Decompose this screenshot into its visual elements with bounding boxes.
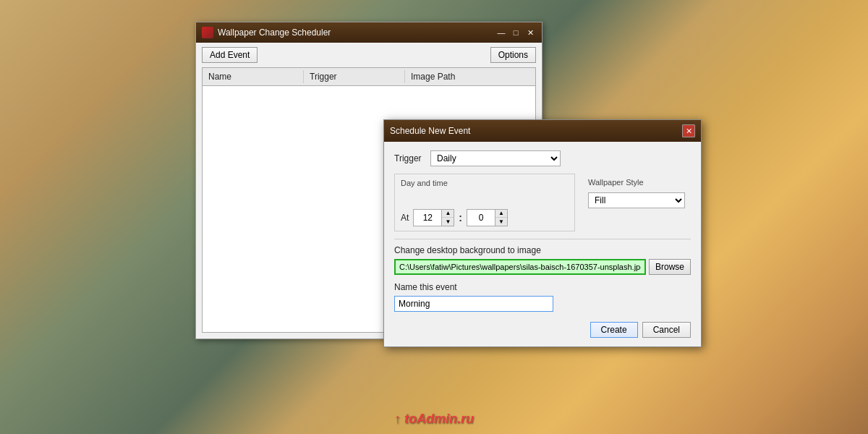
close-button[interactable]: ✕ xyxy=(524,27,536,38)
divider xyxy=(394,239,691,239)
cancel-button[interactable]: Cancel xyxy=(642,322,691,338)
app-icon xyxy=(202,27,213,38)
image-path-input[interactable] xyxy=(394,259,646,275)
maximize-button[interactable]: □ xyxy=(510,27,522,38)
col-header-trigger: Trigger xyxy=(304,70,405,83)
dialog-footer: Create Cancel xyxy=(394,319,691,338)
scheduler-toolbar: Add Event Options xyxy=(196,43,542,67)
day-time-panel: Day and time At 12 ▲ ▼ : 0 ▲ xyxy=(394,174,575,231)
dialog-title: Schedule New Event xyxy=(390,126,470,136)
path-row: Browse xyxy=(394,259,691,275)
col-header-path: Image Path xyxy=(405,70,535,83)
wallpaper-style-title: Wallpaper Style xyxy=(588,178,685,187)
minimize-button[interactable]: — xyxy=(495,27,507,38)
two-panel: Day and time At 12 ▲ ▼ : 0 ▲ xyxy=(394,174,691,231)
hour-input[interactable]: 12 xyxy=(414,211,441,224)
scheduler-title: Wallpaper Change Scheduler xyxy=(218,27,331,38)
col-header-name: Name xyxy=(203,70,304,83)
trigger-row: Trigger Daily Weekly Monthly Once On Log… xyxy=(394,150,691,166)
schedule-dialog: Schedule New Event ✕ Trigger Daily Weekl… xyxy=(383,119,702,347)
hour-down-button[interactable]: ▼ xyxy=(442,218,454,226)
time-colon: : xyxy=(459,212,462,224)
minute-up-button[interactable]: ▲ xyxy=(495,210,507,218)
at-row: At 12 ▲ ▼ : 0 ▲ ▼ xyxy=(401,209,569,226)
dialog-titlebar: Schedule New Event ✕ xyxy=(384,120,701,142)
minute-down-button[interactable]: ▼ xyxy=(495,218,507,226)
hour-up-button[interactable]: ▲ xyxy=(442,210,454,218)
browse-button[interactable]: Browse xyxy=(649,259,691,275)
name-label: Name this event xyxy=(394,282,691,292)
options-button[interactable]: Options xyxy=(490,47,536,63)
minute-spinner-btns: ▲ ▼ xyxy=(495,210,507,226)
trigger-label: Trigger xyxy=(394,153,423,163)
event-name-input[interactable] xyxy=(394,296,553,312)
watermark: ↑ toAdmin.ru xyxy=(394,412,474,427)
dialog-close-button[interactable]: ✕ xyxy=(682,124,695,137)
titlebar-left: Wallpaper Change Scheduler xyxy=(202,27,331,38)
minute-spinner: 0 ▲ ▼ xyxy=(467,209,508,226)
create-button[interactable]: Create xyxy=(590,322,638,338)
trigger-select[interactable]: Daily Weekly Monthly Once On Login On Lo… xyxy=(430,150,561,166)
titlebar-controls: — □ ✕ xyxy=(495,27,536,38)
day-time-title: Day and time xyxy=(401,179,569,187)
hour-spinner-btns: ▲ ▼ xyxy=(441,210,454,226)
scheduler-titlebar: Wallpaper Change Scheduler — □ ✕ xyxy=(196,22,542,43)
at-label: At xyxy=(401,213,409,223)
hour-spinner: 12 ▲ ▼ xyxy=(413,209,454,226)
wallpaper-style-select[interactable]: Fill Fit Stretch Tile Center Span xyxy=(588,192,685,208)
bg-image-section: Change desktop background to image Brows… xyxy=(394,245,691,275)
table-header: Name Trigger Image Path xyxy=(203,68,535,86)
add-event-button[interactable]: Add Event xyxy=(202,47,258,63)
name-section: Name this event xyxy=(394,282,691,312)
wallpaper-style-panel: Wallpaper Style Fill Fit Stretch Tile Ce… xyxy=(582,174,691,231)
dialog-body: Trigger Daily Weekly Monthly Once On Log… xyxy=(384,142,701,346)
bg-image-label: Change desktop background to image xyxy=(394,245,691,255)
minute-input[interactable]: 0 xyxy=(467,211,495,224)
